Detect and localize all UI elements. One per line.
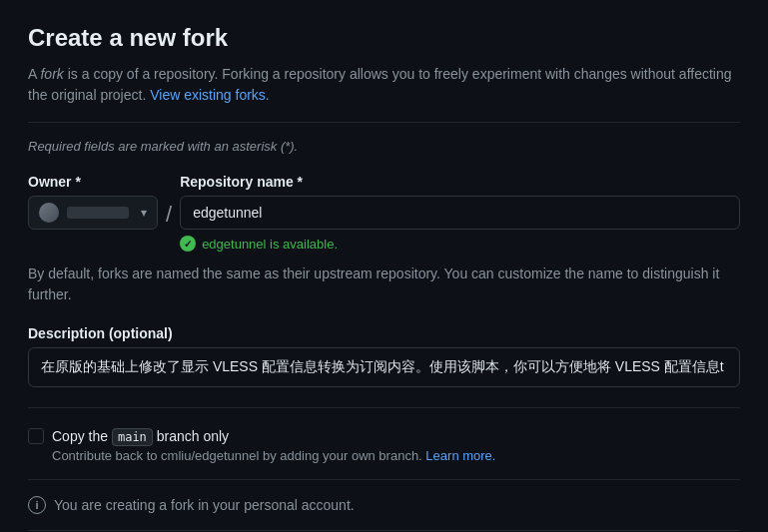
description-label: Description (optional) (28, 325, 740, 341)
divider-info (28, 479, 740, 480)
divider-middle (28, 407, 740, 408)
repo-name-group: Repository name * edgetunnel is availabl… (180, 174, 740, 252)
required-note: Required fields are marked with an aster… (28, 139, 740, 154)
owner-label: Owner * (28, 174, 158, 190)
divider-bottom (28, 530, 740, 531)
repo-name-label: Repository name * (180, 174, 740, 190)
default-fork-text: By default, forks are named the same as … (28, 264, 740, 305)
slash-separator: / (158, 198, 180, 232)
description-group: Description (optional) (28, 325, 740, 387)
divider-top (28, 122, 740, 123)
checkbox-description: Contribute back to cmliu/edgetunnel by a… (52, 448, 740, 463)
description-optional-text: (optional) (105, 325, 173, 341)
info-icon: i (28, 496, 46, 514)
owner-select[interactable]: ▾ (28, 196, 158, 230)
subtitle: A fork is a copy of a repository. Forkin… (28, 64, 740, 106)
check-icon (180, 236, 196, 252)
learn-more-link[interactable]: Learn more. (425, 448, 495, 463)
availability-text: edgetunnel is available. (202, 237, 338, 252)
page-title: Create a new fork (28, 24, 740, 52)
branch-tag: main (112, 428, 153, 446)
repo-name-input[interactable] (180, 196, 740, 230)
view-forks-link[interactable]: View existing forks. (150, 87, 270, 103)
description-input[interactable] (28, 347, 740, 387)
checkbox-row: Copy the main branch only (28, 428, 740, 444)
owner-repo-row: Owner * ▾ / Repository name * edgetunnel… (28, 174, 740, 252)
checkbox-section: Copy the main branch only Contribute bac… (28, 428, 740, 463)
checkbox-label: Copy the main branch only (52, 428, 229, 444)
owner-name-placeholder (67, 207, 129, 219)
info-text: You are creating a fork in your personal… (54, 497, 355, 513)
description-label-text: Description (28, 325, 105, 341)
chevron-down-icon: ▾ (141, 206, 147, 220)
owner-group: Owner * ▾ (28, 174, 158, 230)
info-section: i You are creating a fork in your person… (28, 496, 740, 514)
owner-avatar (39, 203, 59, 223)
availability-check: edgetunnel is available. (180, 236, 740, 252)
copy-branch-checkbox[interactable] (28, 428, 44, 444)
